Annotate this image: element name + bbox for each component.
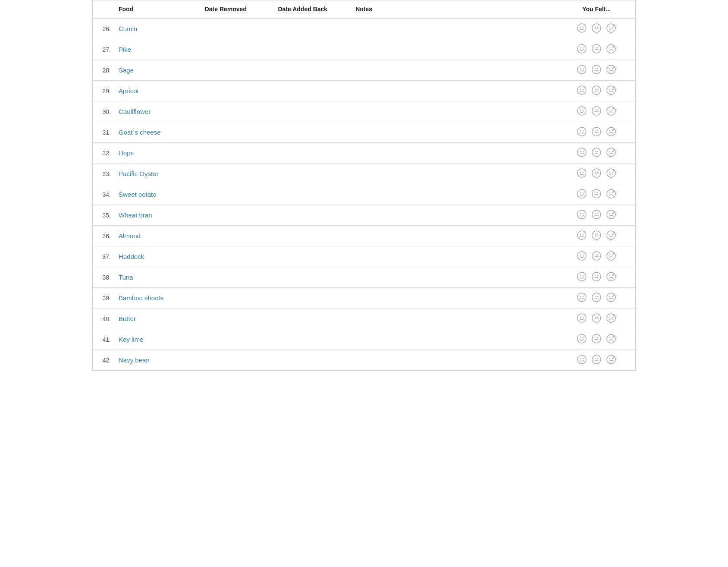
neutral-face-icon[interactable] <box>591 292 602 304</box>
food-link[interactable]: Navy bean <box>119 356 150 364</box>
food-link[interactable]: Apricot <box>119 87 139 94</box>
date-removed-cell[interactable] <box>201 184 274 205</box>
notes-cell[interactable] <box>351 350 558 371</box>
happy-face-icon[interactable] <box>577 85 587 97</box>
date-removed-cell[interactable] <box>201 39 274 60</box>
sad-face-icon[interactable] <box>606 313 616 324</box>
date-added-back-cell[interactable] <box>273 309 351 329</box>
food-link[interactable]: Goat´s cheese <box>119 129 161 136</box>
date-added-back-cell[interactable] <box>273 164 351 184</box>
neutral-face-icon[interactable] <box>591 230 602 242</box>
notes-cell[interactable] <box>351 143 558 164</box>
notes-cell[interactable] <box>351 205 558 226</box>
date-removed-cell[interactable] <box>201 122 274 143</box>
neutral-face-icon[interactable] <box>591 189 602 200</box>
happy-face-icon[interactable] <box>577 251 587 262</box>
notes-cell[interactable] <box>351 329 558 350</box>
date-removed-cell[interactable] <box>201 329 274 350</box>
neutral-face-icon[interactable] <box>591 251 602 262</box>
sad-face-icon[interactable] <box>606 44 616 55</box>
date-removed-cell[interactable] <box>201 350 274 371</box>
food-link[interactable]: Sage <box>119 66 134 74</box>
date-added-back-cell[interactable] <box>273 39 351 60</box>
sad-face-icon[interactable] <box>606 251 616 262</box>
date-added-back-cell[interactable] <box>273 267 351 288</box>
food-link[interactable]: Hops <box>119 149 134 157</box>
sad-face-icon[interactable] <box>606 271 616 283</box>
notes-cell[interactable] <box>351 60 558 81</box>
date-added-back-cell[interactable] <box>273 184 351 205</box>
date-removed-cell[interactable] <box>201 81 274 101</box>
notes-cell[interactable] <box>351 226 558 246</box>
date-added-back-cell[interactable] <box>273 350 351 371</box>
food-link[interactable]: Butter <box>119 315 136 322</box>
neutral-face-icon[interactable] <box>591 209 602 221</box>
sad-face-icon[interactable] <box>606 126 616 138</box>
notes-cell[interactable] <box>351 39 558 60</box>
food-link[interactable]: Pacific Oyster <box>119 170 159 177</box>
happy-face-icon[interactable] <box>577 106 587 117</box>
happy-face-icon[interactable] <box>577 230 587 242</box>
happy-face-icon[interactable] <box>577 334 587 345</box>
notes-cell[interactable] <box>351 184 558 205</box>
food-link[interactable]: Pike <box>119 46 131 53</box>
happy-face-icon[interactable] <box>577 23 587 35</box>
date-added-back-cell[interactable] <box>273 226 351 246</box>
date-added-back-cell[interactable] <box>273 288 351 309</box>
food-link[interactable]: Almond <box>119 232 141 239</box>
date-removed-cell[interactable] <box>201 164 274 184</box>
date-added-back-cell[interactable] <box>273 246 351 267</box>
sad-face-icon[interactable] <box>606 85 616 97</box>
food-link[interactable]: Wheat bran <box>119 211 152 219</box>
date-removed-cell[interactable] <box>201 101 274 122</box>
notes-cell[interactable] <box>351 288 558 309</box>
sad-face-icon[interactable] <box>606 23 616 35</box>
date-added-back-cell[interactable] <box>273 18 351 39</box>
notes-cell[interactable] <box>351 18 558 39</box>
notes-cell[interactable] <box>351 267 558 288</box>
happy-face-icon[interactable] <box>577 209 587 221</box>
date-added-back-cell[interactable] <box>273 143 351 164</box>
food-link[interactable]: Key lime <box>119 336 144 343</box>
sad-face-icon[interactable] <box>606 354 616 366</box>
notes-cell[interactable] <box>351 81 558 101</box>
date-added-back-cell[interactable] <box>273 60 351 81</box>
date-removed-cell[interactable] <box>201 205 274 226</box>
food-link[interactable]: Tuna <box>119 274 133 281</box>
neutral-face-icon[interactable] <box>591 313 602 324</box>
sad-face-icon[interactable] <box>606 334 616 345</box>
date-removed-cell[interactable] <box>201 18 274 39</box>
sad-face-icon[interactable] <box>606 147 616 159</box>
date-added-back-cell[interactable] <box>273 81 351 101</box>
date-added-back-cell[interactable] <box>273 205 351 226</box>
date-removed-cell[interactable] <box>201 309 274 329</box>
date-removed-cell[interactable] <box>201 246 274 267</box>
date-removed-cell[interactable] <box>201 60 274 81</box>
happy-face-icon[interactable] <box>577 126 587 138</box>
date-removed-cell[interactable] <box>201 267 274 288</box>
neutral-face-icon[interactable] <box>591 106 602 117</box>
notes-cell[interactable] <box>351 309 558 329</box>
food-link[interactable]: Haddock <box>119 253 144 260</box>
food-link[interactable]: Cauliflower <box>119 108 151 115</box>
neutral-face-icon[interactable] <box>591 23 602 35</box>
sad-face-icon[interactable] <box>606 292 616 304</box>
neutral-face-icon[interactable] <box>591 334 602 345</box>
sad-face-icon[interactable] <box>606 64 616 76</box>
neutral-face-icon[interactable] <box>591 85 602 97</box>
date-added-back-cell[interactable] <box>273 329 351 350</box>
happy-face-icon[interactable] <box>577 64 587 76</box>
neutral-face-icon[interactable] <box>591 271 602 283</box>
sad-face-icon[interactable] <box>606 230 616 242</box>
date-removed-cell[interactable] <box>201 226 274 246</box>
food-link[interactable]: Sweet potato <box>119 191 157 198</box>
notes-cell[interactable] <box>351 101 558 122</box>
date-added-back-cell[interactable] <box>273 101 351 122</box>
notes-cell[interactable] <box>351 122 558 143</box>
sad-face-icon[interactable] <box>606 168 616 180</box>
sad-face-icon[interactable] <box>606 209 616 221</box>
date-removed-cell[interactable] <box>201 288 274 309</box>
happy-face-icon[interactable] <box>577 292 587 304</box>
food-link[interactable]: Cumin <box>119 25 137 32</box>
food-link[interactable]: Bamboo shoots <box>119 294 163 302</box>
